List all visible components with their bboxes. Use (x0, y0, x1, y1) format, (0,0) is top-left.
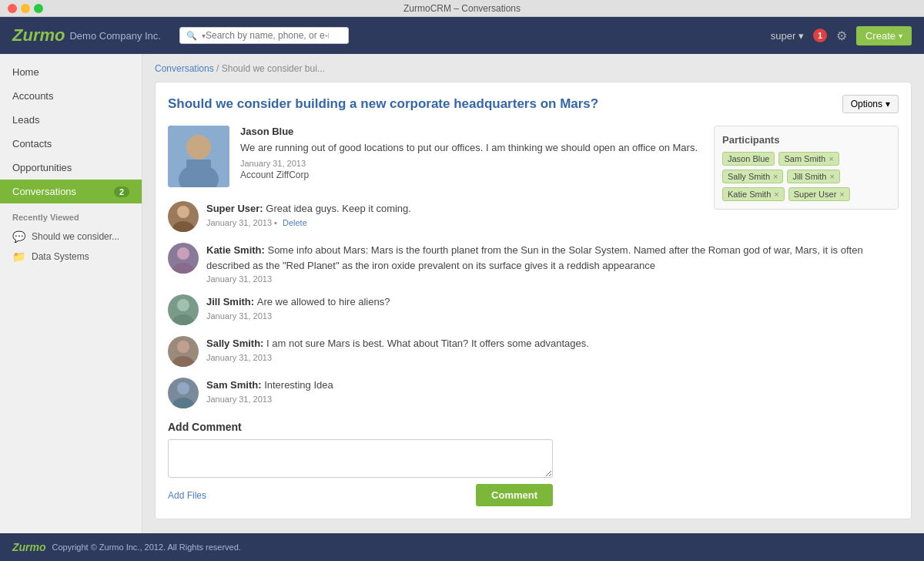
sidebar: Home Accounts Leads Contacts Opportuniti… (0, 54, 142, 533)
comment-superuser-meta: January 31, 2013 • Delete (206, 218, 701, 227)
window-title: ZurmoCRM – Conversations (403, 3, 521, 14)
first-message: Jason Blue We are running out of good lo… (168, 126, 701, 187)
participants-tags: Jason Blue Sam Smith × Sally Smith × Jil… (722, 152, 890, 201)
recent-item-convo-label: Should we consider... (32, 231, 119, 242)
close-dot[interactable] (8, 4, 17, 13)
comment-submit-button[interactable]: Comment (476, 484, 553, 506)
avatar-jason (168, 126, 229, 187)
participants-panel: Participants Jason Blue Sam Smith × Sall… (714, 126, 899, 210)
recent-item-datasys[interactable]: 📁 Data Systems (0, 247, 142, 267)
comment-katie: Katie Smith: Some info about Mars: Mars … (168, 243, 899, 284)
comment-jill: Jill Smith: Are we allowed to hire alien… (168, 294, 899, 325)
sidebar-item-conversations[interactable]: Conversations 2 (0, 180, 142, 203)
first-message-body: Jason Blue We are running out of good lo… (240, 126, 701, 187)
comment-sally: Sally Smith: I am not sure Mars is best.… (168, 336, 899, 367)
participant-superuser-remove[interactable]: × (839, 190, 844, 199)
comment-sam: Sam Smith: Interesting Idea January 31, … (168, 378, 899, 408)
participant-sam-remove[interactable]: × (829, 154, 833, 163)
comment-katie-author: Katie Smith: (206, 244, 267, 256)
participants-title: Participants (722, 134, 890, 146)
comment-sally-meta: January 31, 2013 (206, 353, 899, 362)
sidebar-item-contacts[interactable]: Contacts (0, 132, 142, 156)
participant-tag-katie: Katie Smith × (722, 187, 785, 201)
comment-superuser-content: Great idea guys. Keep it coming. (266, 203, 411, 214)
svg-point-5 (172, 221, 194, 232)
search-bar[interactable]: 🔍 ▾ (179, 27, 349, 44)
comment-sally-author: Sally Smith: (206, 338, 266, 349)
participant-katie-name: Katie Smith (728, 190, 771, 199)
settings-icon[interactable]: ⚙ (836, 29, 847, 43)
participant-tag-jill: Jill Smith × (787, 170, 839, 183)
participant-tag-sam: Sam Smith × (778, 152, 839, 166)
comment-textarea[interactable] (168, 439, 553, 478)
comment-sam-body: Sam Smith: Interesting Idea January 31, … (206, 378, 899, 408)
sidebar-item-accounts[interactable]: Accounts (0, 84, 142, 108)
footer: Zurmo Copyright © Zurmo Inc., 2012. All … (0, 533, 924, 561)
svg-point-8 (177, 299, 189, 311)
svg-point-11 (172, 356, 194, 367)
svg-point-9 (172, 314, 194, 325)
comment-sam-text: Sam Smith: Interesting Idea (206, 378, 899, 393)
comment-katie-content: Some info about Mars: Mars is the fourth… (206, 244, 863, 271)
breadcrumb-parent[interactable]: Conversations (155, 63, 214, 74)
user-menu[interactable]: super ▾ (771, 30, 804, 42)
first-message-account: Account ZiffCorp (240, 170, 701, 180)
footer-text: Copyright © Zurmo Inc., 2012. All Rights… (52, 543, 241, 552)
comment-superuser-delete[interactable]: Delete (283, 218, 307, 227)
avatar-sally (168, 336, 199, 367)
svg-point-10 (177, 341, 189, 353)
comment-superuser-author: Super User: (206, 203, 266, 214)
participant-katie-remove[interactable]: × (774, 190, 778, 199)
breadcrumb: Conversations / Should we consider bui..… (155, 63, 912, 74)
sidebar-item-home[interactable]: Home (0, 60, 142, 84)
titlebar: ZurmoCRM – Conversations (0, 0, 924, 17)
first-message-date: January 31, 2013 (240, 159, 701, 168)
add-comment-section: Add Comment Add Files Comment (168, 421, 899, 506)
comment-katie-body: Katie Smith: Some info about Mars: Mars … (206, 243, 899, 284)
participant-tag-sally: Sally Smith × (722, 170, 783, 183)
minimize-dot[interactable] (21, 4, 30, 13)
recent-item-datasys-label: Data Systems (32, 251, 89, 262)
add-files-link[interactable]: Add Files (168, 490, 206, 501)
conversation-header: Should we consider building a new corpor… (168, 95, 899, 113)
create-label: Create (865, 30, 896, 42)
footer-logo: Zurmo (12, 541, 46, 553)
participant-sally-remove[interactable]: × (773, 172, 778, 181)
create-button[interactable]: Create ▾ (856, 26, 912, 45)
comment-superuser-text: Super User: Great idea guys. Keep it com… (206, 201, 701, 217)
maximize-dot[interactable] (34, 4, 43, 13)
conversations-label: Conversations (12, 186, 76, 197)
comment-superuser-body: Super User: Great idea guys. Keep it com… (206, 201, 701, 232)
sidebar-item-opportunities[interactable]: Opportunities (0, 156, 142, 180)
comment-katie-meta: January 31, 2013 (206, 274, 899, 284)
notifications-badge[interactable]: 1 (813, 29, 827, 42)
topnav-right: super ▾ 1 ⚙ Create ▾ (771, 26, 912, 45)
participant-jill-remove[interactable]: × (829, 172, 834, 181)
conversation-panel: Should we consider building a new corpor… (155, 82, 912, 519)
window-controls (8, 4, 43, 13)
avatar-superuser (168, 201, 199, 232)
svg-point-7 (172, 263, 194, 274)
comment-sam-meta: January 31, 2013 (206, 395, 899, 404)
search-input[interactable] (206, 30, 329, 41)
svg-point-12 (177, 382, 189, 395)
first-message-author: Jason Blue (240, 126, 701, 137)
recent-item-convo[interactable]: 💬 Should we consider... (0, 227, 142, 247)
participant-tag-superuser: Super User × (788, 187, 850, 201)
comment-sally-content: I am not sure Mars is best. What about T… (266, 338, 589, 349)
comment-actions: Add Files Comment (168, 484, 553, 506)
svg-point-1 (186, 135, 211, 160)
sidebar-item-leads[interactable]: Leads (0, 108, 142, 132)
conversation-title: Should we consider building a new corpor… (168, 96, 598, 112)
content-with-sidebar: Participants Jason Blue Sam Smith × Sall… (168, 126, 899, 506)
svg-point-4 (177, 206, 189, 218)
comment-jill-text: Jill Smith: Are we allowed to hire alien… (206, 294, 899, 310)
recently-viewed-label: Recently Viewed (0, 203, 142, 227)
options-button[interactable]: Options ▾ (842, 95, 899, 113)
participant-jason-name: Jason Blue (728, 154, 769, 163)
options-label: Options (851, 99, 882, 109)
svg-point-13 (172, 398, 194, 408)
comment-sally-text: Sally Smith: I am not sure Mars is best.… (206, 336, 899, 351)
comment-katie-text: Katie Smith: Some info about Mars: Mars … (206, 243, 899, 273)
top-navigation: Zurmo Demo Company Inc. 🔍 ▾ super ▾ 1 ⚙ … (0, 17, 924, 54)
